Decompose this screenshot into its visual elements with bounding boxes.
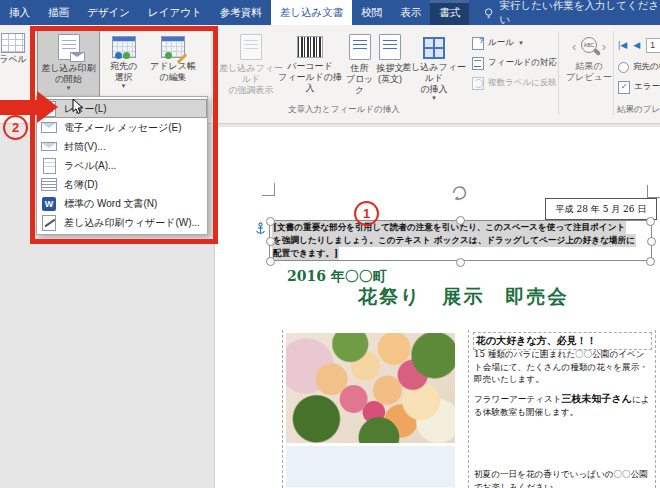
flyer-paragraph-2: フラワーアーティスト三枝未知子さんによる体験教室も開催します。 bbox=[474, 393, 651, 418]
word-window: 挿入 描画 デザイン レイアウト 参考資料 差し込み文書 校閲 表示 書式 実行… bbox=[0, 0, 660, 488]
tab-layout[interactable]: レイアウト bbox=[139, 0, 211, 25]
tab-mailings[interactable]: 差し込み文書 bbox=[271, 0, 353, 25]
envelope-icon bbox=[41, 139, 57, 155]
record-number-field[interactable]: 1 bbox=[646, 38, 660, 53]
selected-textbox[interactable]: [文書の重要な部分を引用して読者の注意を引いたり、このスペースを使って注目ポイン… bbox=[269, 220, 652, 261]
tell-me-placeholder: 実行したい作業を入力してください bbox=[500, 0, 660, 27]
tab-insert[interactable]: 挿入 bbox=[0, 0, 39, 25]
match-fields-button[interactable]: フィールドの対応 bbox=[472, 55, 557, 71]
start-mail-merge-dropdown: レター(L) 電子メール メッセージ(E) 封筒(V)... ラベル(A)...… bbox=[36, 96, 208, 235]
artist-name: 三枝未知子さん bbox=[562, 393, 632, 404]
wizard-icon bbox=[41, 215, 57, 231]
labels-icon bbox=[1, 33, 25, 53]
rotate-handle-icon[interactable] bbox=[449, 183, 469, 203]
tab-draw[interactable]: 描画 bbox=[39, 0, 78, 25]
tell-me-box[interactable]: 実行したい作業を入力してください bbox=[469, 0, 660, 25]
edit-recipient-list-button[interactable]: アドレス帳 の編集 bbox=[147, 29, 199, 103]
group-label-preview-results: 結果のプレビュー bbox=[617, 104, 660, 116]
rules-button[interactable]: ルール ▼ bbox=[472, 35, 524, 51]
resize-handle-bottom-right[interactable] bbox=[646, 257, 655, 266]
previous-record-button[interactable]: ◀ bbox=[633, 40, 640, 50]
dropdown-caret: ▼ bbox=[66, 85, 72, 91]
preview-results-button[interactable]: ‹ ABC › 結果の プレビュー bbox=[563, 29, 615, 103]
group-label-write-insert-fields: 文章入力とフィールドの挿入 bbox=[288, 104, 400, 116]
address-block-icon bbox=[349, 34, 371, 60]
word-document-icon: W bbox=[41, 196, 57, 212]
tab-format[interactable]: 書式 bbox=[430, 0, 469, 25]
group-separator bbox=[613, 31, 614, 115]
rules-icon bbox=[472, 37, 484, 50]
resize-handle-middle-right[interactable] bbox=[647, 237, 656, 246]
resize-handle-bottom-left[interactable] bbox=[266, 257, 275, 266]
contextual-tab-group: 書式 bbox=[430, 0, 469, 25]
contextual-tab-strip bbox=[430, 0, 469, 3]
group-separator bbox=[558, 31, 559, 115]
check-errors-icon: ✓ bbox=[618, 81, 630, 94]
update-labels-icon bbox=[472, 77, 484, 90]
resize-handle-top-center[interactable] bbox=[456, 216, 465, 225]
labels-button[interactable]: ラベル bbox=[0, 29, 34, 66]
resize-handle-top-left[interactable] bbox=[266, 217, 275, 226]
flyer-paragraph-3: 初夏の一日を花の香りでいっぱいの〇〇公園でお楽しみください。 bbox=[474, 468, 651, 488]
margin-corner-mark bbox=[647, 185, 660, 198]
margin-corner-mark bbox=[262, 183, 275, 196]
anchor-icon bbox=[255, 222, 266, 236]
menu-item-directory[interactable]: 名簿(D) bbox=[37, 175, 207, 194]
find-recipient-icon bbox=[618, 62, 629, 73]
menu-item-mail-merge-wizard[interactable]: 差し込み印刷ウィザード(W)... bbox=[37, 213, 207, 232]
preview-results-icon: ‹ ABC › bbox=[572, 36, 606, 58]
menu-item-envelopes[interactable]: 封筒(V)... bbox=[37, 137, 207, 156]
tab-view[interactable]: 表示 bbox=[391, 0, 430, 25]
tab-review[interactable]: 校閲 bbox=[352, 0, 391, 25]
first-record-button[interactable]: |◀ bbox=[618, 40, 627, 50]
dropdown-caret: ▼ bbox=[431, 95, 437, 101]
record-navigation: |◀ ◀ 1 bbox=[618, 37, 660, 53]
tab-design[interactable]: デザイン bbox=[78, 0, 139, 25]
check-errors-button[interactable]: ✓ エラーのチェック bbox=[618, 79, 660, 95]
insert-merge-field-button[interactable]: 差し込みフィールド の挿入 ▼ bbox=[398, 29, 470, 103]
ribbon-tab-bar: 挿入 描画 デザイン レイアウト 参考資料 差し込み文書 校閲 表示 書式 実行… bbox=[0, 0, 660, 25]
barcode-icon bbox=[297, 36, 323, 58]
start-mail-merge-icon bbox=[58, 34, 80, 60]
flyer-paragraph-1: 15 種類のバラに囲まれた〇〇公園のイベント会場にて、たくさんの種類の花々を展示… bbox=[474, 348, 651, 386]
tab-references[interactable]: 参考資料 bbox=[211, 0, 271, 25]
textbox-line: を強調したりしましょう。このテキスト ボックスは、ドラッグしてページ上の好きな場… bbox=[272, 234, 636, 247]
lightbulb-icon bbox=[483, 7, 494, 19]
group-separator bbox=[211, 31, 212, 115]
document-page: 平成 28 年 5 月 26 日 [文書の重要な部分を引用して読者の注意を引いた… bbox=[215, 127, 660, 488]
menu-item-normal-word-document[interactable]: W 標準の Word 文書(N) bbox=[37, 194, 207, 213]
textbox-line: [文書の重要な部分を引用して読者の注意を引いたり、このスペースを使って注目ポイン… bbox=[272, 221, 626, 234]
flyer-text-column[interactable]: 花の大好きな方、必見！！ 15 種類のバラに囲まれた〇〇公園のイベント会場にて、… bbox=[468, 330, 656, 488]
match-fields-icon bbox=[472, 57, 484, 70]
textbox-line: 配置できます。] bbox=[272, 247, 339, 260]
menu-item-letters[interactable]: レター(L) bbox=[37, 99, 207, 118]
select-recipients-icon bbox=[112, 36, 136, 58]
annotation-step-1: 1 bbox=[354, 201, 379, 226]
date-textbox[interactable]: 平成 28 年 5 月 26 日 bbox=[545, 198, 657, 220]
resize-handle-top-right[interactable] bbox=[646, 217, 655, 226]
resize-handle-middle-left[interactable] bbox=[266, 237, 275, 246]
flyer-main-title: 花祭り 展示 即売会 bbox=[358, 284, 568, 310]
mouse-cursor bbox=[72, 98, 85, 115]
labels-icon bbox=[41, 158, 57, 174]
annotation-step-2: 2 bbox=[3, 115, 28, 140]
flyer-content-area: 花の大好きな方、必見！！ 15 種類のバラに囲まれた〇〇公園のイベント会場にて、… bbox=[282, 330, 657, 488]
menu-item-labels[interactable]: ラベル(A)... bbox=[37, 156, 207, 175]
rose-garden-photo[interactable] bbox=[286, 446, 455, 488]
directory-icon bbox=[41, 177, 57, 193]
dropdown-caret: ▼ bbox=[121, 83, 127, 89]
bouquet-photo[interactable] bbox=[286, 333, 455, 443]
update-labels-button: 複数ラベルに反映 bbox=[472, 75, 557, 91]
resize-handle-bottom-center[interactable] bbox=[456, 258, 465, 267]
insert-merge-field-icon bbox=[423, 37, 445, 59]
highlight-merge-fields-icon bbox=[240, 34, 262, 60]
find-recipient-button[interactable]: 宛先の検索 bbox=[618, 59, 660, 75]
insert-barcode-field-button[interactable]: バーコード フィールドの挿入 bbox=[276, 29, 344, 103]
edit-recipient-list-icon bbox=[161, 36, 185, 58]
menu-item-email-messages[interactable]: 電子メール メッセージ(E) bbox=[37, 118, 207, 137]
select-recipients-button[interactable]: 宛先の 選択 ▼ bbox=[100, 29, 147, 103]
